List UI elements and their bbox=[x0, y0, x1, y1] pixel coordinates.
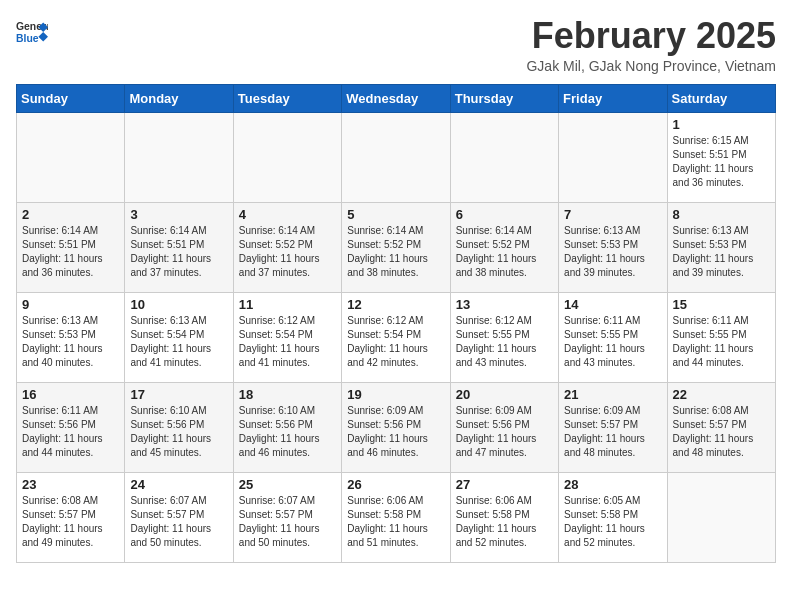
location: GJak Mil, GJak Nong Province, Vietnam bbox=[526, 58, 776, 74]
calendar-cell: 7Sunrise: 6:13 AM Sunset: 5:53 PM Daylig… bbox=[559, 202, 667, 292]
day-header-wednesday: Wednesday bbox=[342, 84, 450, 112]
day-header-thursday: Thursday bbox=[450, 84, 558, 112]
calendar-cell bbox=[125, 112, 233, 202]
day-number: 2 bbox=[22, 207, 119, 222]
calendar-week-2: 2Sunrise: 6:14 AM Sunset: 5:51 PM Daylig… bbox=[17, 202, 776, 292]
title-block: February 2025 GJak Mil, GJak Nong Provin… bbox=[526, 16, 776, 74]
calendar-cell: 25Sunrise: 6:07 AM Sunset: 5:57 PM Dayli… bbox=[233, 472, 341, 562]
day-number: 14 bbox=[564, 297, 661, 312]
calendar-week-5: 23Sunrise: 6:08 AM Sunset: 5:57 PM Dayli… bbox=[17, 472, 776, 562]
day-header-friday: Friday bbox=[559, 84, 667, 112]
day-number: 10 bbox=[130, 297, 227, 312]
day-info: Sunrise: 6:06 AM Sunset: 5:58 PM Dayligh… bbox=[347, 494, 444, 550]
calendar-week-4: 16Sunrise: 6:11 AM Sunset: 5:56 PM Dayli… bbox=[17, 382, 776, 472]
calendar-cell: 26Sunrise: 6:06 AM Sunset: 5:58 PM Dayli… bbox=[342, 472, 450, 562]
day-number: 6 bbox=[456, 207, 553, 222]
day-number: 1 bbox=[673, 117, 770, 132]
day-number: 19 bbox=[347, 387, 444, 402]
calendar-cell: 17Sunrise: 6:10 AM Sunset: 5:56 PM Dayli… bbox=[125, 382, 233, 472]
calendar-cell: 8Sunrise: 6:13 AM Sunset: 5:53 PM Daylig… bbox=[667, 202, 775, 292]
calendar-header-row: SundayMondayTuesdayWednesdayThursdayFrid… bbox=[17, 84, 776, 112]
day-header-sunday: Sunday bbox=[17, 84, 125, 112]
day-number: 15 bbox=[673, 297, 770, 312]
calendar-cell: 16Sunrise: 6:11 AM Sunset: 5:56 PM Dayli… bbox=[17, 382, 125, 472]
day-number: 25 bbox=[239, 477, 336, 492]
calendar-week-3: 9Sunrise: 6:13 AM Sunset: 5:53 PM Daylig… bbox=[17, 292, 776, 382]
day-info: Sunrise: 6:10 AM Sunset: 5:56 PM Dayligh… bbox=[239, 404, 336, 460]
day-info: Sunrise: 6:08 AM Sunset: 5:57 PM Dayligh… bbox=[22, 494, 119, 550]
calendar-cell: 4Sunrise: 6:14 AM Sunset: 5:52 PM Daylig… bbox=[233, 202, 341, 292]
day-info: Sunrise: 6:14 AM Sunset: 5:52 PM Dayligh… bbox=[347, 224, 444, 280]
svg-text:Blue: Blue bbox=[16, 33, 39, 44]
calendar-cell: 18Sunrise: 6:10 AM Sunset: 5:56 PM Dayli… bbox=[233, 382, 341, 472]
day-info: Sunrise: 6:12 AM Sunset: 5:55 PM Dayligh… bbox=[456, 314, 553, 370]
calendar-cell: 11Sunrise: 6:12 AM Sunset: 5:54 PM Dayli… bbox=[233, 292, 341, 382]
day-info: Sunrise: 6:12 AM Sunset: 5:54 PM Dayligh… bbox=[347, 314, 444, 370]
day-number: 20 bbox=[456, 387, 553, 402]
calendar-cell: 10Sunrise: 6:13 AM Sunset: 5:54 PM Dayli… bbox=[125, 292, 233, 382]
day-info: Sunrise: 6:09 AM Sunset: 5:57 PM Dayligh… bbox=[564, 404, 661, 460]
day-number: 11 bbox=[239, 297, 336, 312]
day-info: Sunrise: 6:05 AM Sunset: 5:58 PM Dayligh… bbox=[564, 494, 661, 550]
calendar-cell: 13Sunrise: 6:12 AM Sunset: 5:55 PM Dayli… bbox=[450, 292, 558, 382]
calendar-cell bbox=[450, 112, 558, 202]
calendar-cell bbox=[17, 112, 125, 202]
day-number: 17 bbox=[130, 387, 227, 402]
day-number: 5 bbox=[347, 207, 444, 222]
day-info: Sunrise: 6:14 AM Sunset: 5:52 PM Dayligh… bbox=[456, 224, 553, 280]
day-number: 21 bbox=[564, 387, 661, 402]
day-info: Sunrise: 6:12 AM Sunset: 5:54 PM Dayligh… bbox=[239, 314, 336, 370]
calendar-cell: 20Sunrise: 6:09 AM Sunset: 5:56 PM Dayli… bbox=[450, 382, 558, 472]
day-info: Sunrise: 6:11 AM Sunset: 5:56 PM Dayligh… bbox=[22, 404, 119, 460]
calendar-cell: 15Sunrise: 6:11 AM Sunset: 5:55 PM Dayli… bbox=[667, 292, 775, 382]
calendar-cell: 21Sunrise: 6:09 AM Sunset: 5:57 PM Dayli… bbox=[559, 382, 667, 472]
calendar-cell: 28Sunrise: 6:05 AM Sunset: 5:58 PM Dayli… bbox=[559, 472, 667, 562]
day-info: Sunrise: 6:06 AM Sunset: 5:58 PM Dayligh… bbox=[456, 494, 553, 550]
calendar-cell: 9Sunrise: 6:13 AM Sunset: 5:53 PM Daylig… bbox=[17, 292, 125, 382]
calendar-cell: 5Sunrise: 6:14 AM Sunset: 5:52 PM Daylig… bbox=[342, 202, 450, 292]
day-info: Sunrise: 6:15 AM Sunset: 5:51 PM Dayligh… bbox=[673, 134, 770, 190]
day-info: Sunrise: 6:13 AM Sunset: 5:53 PM Dayligh… bbox=[22, 314, 119, 370]
calendar-cell: 22Sunrise: 6:08 AM Sunset: 5:57 PM Dayli… bbox=[667, 382, 775, 472]
day-number: 9 bbox=[22, 297, 119, 312]
logo-icon: General Blue bbox=[16, 16, 48, 48]
day-number: 26 bbox=[347, 477, 444, 492]
day-header-saturday: Saturday bbox=[667, 84, 775, 112]
calendar-cell: 2Sunrise: 6:14 AM Sunset: 5:51 PM Daylig… bbox=[17, 202, 125, 292]
calendar-week-1: 1Sunrise: 6:15 AM Sunset: 5:51 PM Daylig… bbox=[17, 112, 776, 202]
logo: General Blue bbox=[16, 16, 48, 48]
day-number: 18 bbox=[239, 387, 336, 402]
day-info: Sunrise: 6:13 AM Sunset: 5:53 PM Dayligh… bbox=[564, 224, 661, 280]
calendar-cell bbox=[233, 112, 341, 202]
day-info: Sunrise: 6:14 AM Sunset: 5:51 PM Dayligh… bbox=[22, 224, 119, 280]
calendar-cell: 14Sunrise: 6:11 AM Sunset: 5:55 PM Dayli… bbox=[559, 292, 667, 382]
day-info: Sunrise: 6:10 AM Sunset: 5:56 PM Dayligh… bbox=[130, 404, 227, 460]
day-info: Sunrise: 6:07 AM Sunset: 5:57 PM Dayligh… bbox=[239, 494, 336, 550]
day-info: Sunrise: 6:14 AM Sunset: 5:52 PM Dayligh… bbox=[239, 224, 336, 280]
day-number: 16 bbox=[22, 387, 119, 402]
day-number: 12 bbox=[347, 297, 444, 312]
calendar-cell: 27Sunrise: 6:06 AM Sunset: 5:58 PM Dayli… bbox=[450, 472, 558, 562]
calendar-cell bbox=[342, 112, 450, 202]
calendar-cell: 23Sunrise: 6:08 AM Sunset: 5:57 PM Dayli… bbox=[17, 472, 125, 562]
day-info: Sunrise: 6:09 AM Sunset: 5:56 PM Dayligh… bbox=[347, 404, 444, 460]
day-number: 3 bbox=[130, 207, 227, 222]
calendar-cell bbox=[667, 472, 775, 562]
day-header-monday: Monday bbox=[125, 84, 233, 112]
day-info: Sunrise: 6:13 AM Sunset: 5:53 PM Dayligh… bbox=[673, 224, 770, 280]
day-info: Sunrise: 6:08 AM Sunset: 5:57 PM Dayligh… bbox=[673, 404, 770, 460]
month-year: February 2025 bbox=[526, 16, 776, 56]
day-header-tuesday: Tuesday bbox=[233, 84, 341, 112]
day-number: 13 bbox=[456, 297, 553, 312]
day-number: 7 bbox=[564, 207, 661, 222]
day-number: 28 bbox=[564, 477, 661, 492]
calendar-cell: 1Sunrise: 6:15 AM Sunset: 5:51 PM Daylig… bbox=[667, 112, 775, 202]
calendar-cell: 6Sunrise: 6:14 AM Sunset: 5:52 PM Daylig… bbox=[450, 202, 558, 292]
day-info: Sunrise: 6:11 AM Sunset: 5:55 PM Dayligh… bbox=[673, 314, 770, 370]
calendar-cell: 3Sunrise: 6:14 AM Sunset: 5:51 PM Daylig… bbox=[125, 202, 233, 292]
day-info: Sunrise: 6:11 AM Sunset: 5:55 PM Dayligh… bbox=[564, 314, 661, 370]
day-info: Sunrise: 6:07 AM Sunset: 5:57 PM Dayligh… bbox=[130, 494, 227, 550]
day-number: 4 bbox=[239, 207, 336, 222]
day-number: 8 bbox=[673, 207, 770, 222]
calendar: SundayMondayTuesdayWednesdayThursdayFrid… bbox=[16, 84, 776, 563]
